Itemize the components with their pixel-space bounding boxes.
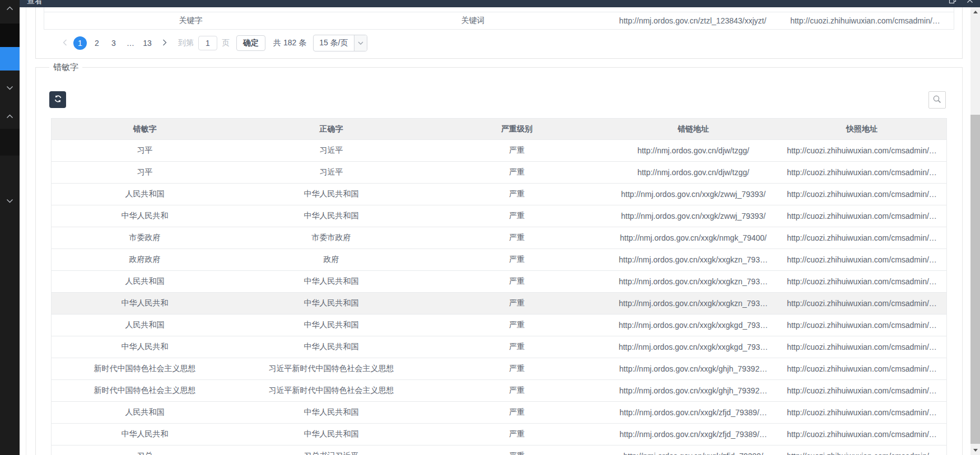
table-cell: 关键词 [337, 16, 609, 26]
table-cell: 中华人民共和 [52, 211, 238, 221]
chevron-up-icon [6, 3, 13, 12]
table-cell: http://nmj.ordos.gov.cn/xxgk/zfjd_79389/… [609, 430, 777, 439]
pagination-prev-button[interactable] [58, 39, 72, 48]
table-cell: 严重 [424, 407, 609, 418]
table-cell: http://cuozi.zhihuiwuxian.com/cmsadmin/… [777, 212, 946, 221]
sidebar-expand-toggle[interactable] [0, 83, 20, 92]
page-size-value: 15 条/页 [314, 35, 353, 51]
table-cell: 中华人民共和国 [238, 276, 424, 287]
table-cell: 中华人民共和国 [238, 211, 424, 221]
vertical-scrollbar [970, 7, 980, 455]
table-cell: http://cuozi.zhihuiwuxian.com/cmsadmin/… [777, 343, 946, 351]
error-words-table-body: 习平 习近平 严重 http://nmj.ordos.gov.cn/djw/tz… [52, 140, 946, 455]
table-cell: http://nmj.ordos.gov.cn/xxgk/xxgkzn_793… [609, 299, 777, 308]
table-cell: http://cuozi.zhihuiwuxian.com/cmsadmin/… [777, 168, 946, 177]
table-cell: http://cuozi.zhihuiwuxian.com/cmsadmin/… [777, 277, 946, 286]
section-legend: 错敏字 [49, 62, 82, 73]
pagination-next-button[interactable] [158, 39, 171, 48]
table-cell: 人民共和国 [52, 189, 238, 199]
chevron-down-icon [6, 83, 13, 92]
table-cell: http://cuozi.zhihuiwuxian.com/cmsadmin/… [777, 364, 946, 373]
table-cell: 习近平新时代中国特色社会主义思想 [238, 364, 424, 374]
table-row: 中华人民共和 中华人民共和国 严重 http://nmj.ordos.gov.c… [52, 205, 946, 227]
table-cell: 习近平新时代中国特色社会主义思想 [238, 386, 424, 396]
table-cell: http://cuozi.zhihuiwuxian.com/cmsadmin/… [777, 430, 946, 439]
column-header: 快照地址 [777, 124, 946, 134]
table-row: 政府政府 政府 严重 http://nmj.ordos.gov.cn/xxgk/… [52, 249, 946, 271]
pagination: 123…13 到第 页 确定 共 182 条 15 条/页 [44, 32, 367, 54]
table-cell: 严重 [424, 146, 609, 156]
table-row: 习平 习近平 严重 http://nmj.ordos.gov.cn/djw/tz… [52, 162, 946, 184]
table-row: 中华人民共和 中华人民共和国 严重 http://nmj.ordos.gov.c… [52, 424, 946, 445]
dialog-left-border [26, 7, 26, 455]
arrow-down-icon [973, 449, 978, 452]
sidebar-expand-toggle[interactable] [0, 196, 20, 205]
table-row: 人民共和国 中华人民共和国 严重 http://nmj.ordos.gov.cn… [52, 315, 946, 336]
table-row: 市委政府 市委市政府 严重 http://nmj.ordos.gov.cn/xx… [52, 227, 946, 249]
table-cell: http://nmj.ordos.gov.cn/djw/tzgg/ [609, 146, 777, 155]
chevron-left-icon [63, 39, 67, 48]
window-close-icon[interactable] [967, 0, 973, 6]
table-cell: http://nmj.ordos.gov.cn/xxgk/ghjh_79392… [609, 364, 777, 373]
screen: 查看 关键字 关键词 http://nmj.ordos.gov.cn/ztzl_… [0, 0, 980, 455]
table-cell: http://cuozi.zhihuiwuxian.com/cmsadmin/… [777, 233, 946, 242]
table-cell: 严重 [424, 451, 609, 455]
table-cell: 习总书记习近平 [238, 451, 424, 455]
sidebar-group-block [0, 129, 20, 156]
table-cell: 中华人民共和国 [238, 407, 424, 418]
table-cell: 习平 [52, 167, 238, 177]
table-row: 新时代中国特色社会主义思想 习近平新时代中国特色社会主义思想 严重 http:/… [52, 358, 946, 380]
page-number[interactable]: … [124, 36, 137, 50]
goto-confirm-button[interactable]: 确定 [236, 35, 265, 51]
arrow-up-icon [973, 11, 978, 13]
chevron-right-icon [162, 39, 167, 48]
table-cell: 市委政府 [52, 233, 238, 243]
sidebar-collapse-toggle[interactable] [0, 3, 20, 12]
table-cell: http://cuozi.zhihuiwuxian.com/cmsadmin/… [777, 255, 946, 264]
table-cell: 人民共和国 [52, 407, 238, 418]
table-cell: http://cuozi.zhihuiwuxian.com/cmsadmin/… [777, 321, 946, 330]
table-header-row: 错敏字 正确字 严重级别 错链地址 快照地址 [52, 118, 946, 140]
sidebar-item-active[interactable] [0, 47, 20, 71]
table-cell: 严重 [424, 189, 609, 199]
page-number[interactable]: 13 [141, 36, 154, 50]
table-cell: 中华人民共和国 [238, 320, 424, 330]
table-cell: http://nmj.ordos.gov.cn/xxgk/zfjd_79380/ [609, 452, 777, 455]
table-row: 中华人民共和 中华人民共和国 严重 http://nmj.ordos.gov.c… [52, 336, 946, 358]
table-cell: 人民共和国 [52, 276, 238, 287]
table-cell: 新时代中国特色社会主义思想 [52, 386, 238, 396]
table-cell: http://cuozi.zhihuiwuxian.com/cmsadmin/… [777, 146, 946, 155]
table-row: 人民共和国 中华人民共和国 严重 http://nmj.ordos.gov.cn… [52, 402, 946, 424]
table-cell: 严重 [424, 255, 609, 265]
table-cell: http://nmj.ordos.gov.cn/xxgk/xxgkgd_793… [609, 321, 777, 330]
page-number[interactable]: 3 [107, 36, 120, 50]
table-cell: http://cuozi.zhihuiwuxian.com/cmsadmin/… [777, 386, 946, 395]
scrollbar-up-button[interactable] [970, 7, 980, 17]
table-cell: http://nmj.ordos.gov.cn/xxgk/zwwj_79393/ [609, 212, 777, 221]
search-button[interactable] [928, 91, 946, 109]
table-cell: 严重 [424, 298, 609, 308]
refresh-button[interactable] [49, 91, 66, 108]
error-words-section: 错敏字 错敏字 正确字 [35, 67, 963, 455]
pagination-pages: 123…13 [72, 36, 156, 50]
table-row: 人民共和国 中华人民共和国 严重 http://nmj.ordos.gov.cn… [52, 184, 946, 205]
page-number[interactable]: 1 [73, 36, 87, 50]
window-restore-icon[interactable] [949, 0, 956, 6]
table-cell: 严重 [424, 276, 609, 287]
page-number[interactable]: 2 [90, 36, 104, 50]
table-cell: http://cuozi.zhihuiwuxian.com/cmsadmin/… [777, 408, 946, 417]
table-cell: http://nmj.ordos.gov.cn/djw/tzgg/ [609, 168, 777, 177]
sidebar-collapse-toggle[interactable] [0, 111, 20, 120]
table-row: 习平 习近平 严重 http://nmj.ordos.gov.cn/djw/tz… [52, 140, 946, 162]
goto-page-input[interactable] [198, 36, 217, 50]
table-cell: 习总 [52, 451, 238, 455]
page-size-select[interactable]: 15 条/页 [313, 35, 367, 51]
total-count-label: 共 182 条 [273, 38, 306, 48]
table-cell: 中华人民共和 [52, 342, 238, 352]
table-cell: http://nmj.ordos.gov.cn/xxgk/zfjd_79389/… [609, 408, 777, 417]
table-cell: 市委市政府 [238, 233, 424, 243]
scrollbar-down-button[interactable] [970, 445, 980, 455]
table-row: 新时代中国特色社会主义思想 习近平新时代中国特色社会主义思想 严重 http:/… [52, 380, 946, 402]
table-row: 关键字 关键词 http://nmj.ordos.gov.cn/ztzl_123… [44, 12, 954, 29]
scrollbar-thumb[interactable] [970, 115, 980, 444]
